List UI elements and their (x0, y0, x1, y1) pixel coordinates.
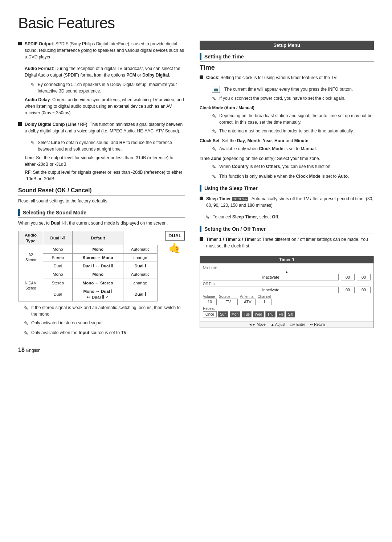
volume-group: Volume 10 (203, 295, 217, 305)
on-off-timer-text: Setting the On / Off Timer (204, 226, 266, 232)
timer-nav: ◄► Move ▲ Adjust □↵ Enter ↩ Return (200, 321, 373, 328)
note-51ch: ✎ By connecting to 5.1ch speakers in a D… (25, 81, 185, 94)
info-note-block: 📺 The current time will appear every tim… (200, 86, 374, 103)
off-time-label: Off Time (203, 282, 371, 286)
td-nicam-mono-dual: Mono (73, 270, 123, 279)
volume-val: 10 (203, 299, 217, 305)
dolby-note-block: ✎ Select Line to obtain dynamic sound, a… (18, 139, 185, 182)
table-row: NICAMStereo Mono Mono Automatic (19, 270, 158, 279)
channel-group: Channel 1 (258, 295, 271, 305)
note-antenna: ✎ The antenna must be connected in order… (206, 128, 374, 135)
dual-label: DUAL (165, 231, 185, 241)
dual-hand-icon: 🤙 (168, 242, 181, 254)
channel-label: Channel (258, 295, 271, 299)
on-val2-cell: 00 (357, 274, 371, 280)
heading-bar-icon (200, 53, 201, 60)
page-number: 18 English (18, 346, 185, 354)
td-nicam-mono-type: Mono (43, 270, 73, 279)
sound-mode-table: AudioType Dual Ⅰ-Ⅱ Default A2Stereo Mono… (18, 231, 158, 301)
timer-title: Timer 1 (200, 256, 373, 263)
off-val1-cell: 00 (341, 287, 355, 293)
channel-val: 1 (258, 299, 271, 305)
group-nicam: NICAMStereo (19, 270, 43, 301)
timer-box: Timer 1 On Time ▲ Inactivate 00 00 Off T… (200, 256, 374, 328)
rf-set-text: RF: Set the output level for signals gre… (25, 169, 185, 182)
setting-time-heading: Setting the Time (200, 53, 374, 62)
clock-mode-subhead: Clock Mode (Auto / Manual) (200, 105, 374, 111)
selecting-body: When you set to Dual Ⅰ-Ⅱ, the current so… (18, 220, 185, 226)
sleep-timer-text-p: Sleep Timer TOOLS➔ : Automatically shuts… (206, 196, 374, 209)
clock-set-text: Clock Set: Set the Day, Month, Year, Hou… (200, 137, 374, 144)
td-nicam-dual-dual: Mono ↔ Dual Ⅰ↩ Dual Ⅱ ✓ (73, 287, 123, 301)
day-sat: Sat (286, 311, 295, 317)
spdif-text: SPDIF Output: SPDIF (Sony Philips Digita… (25, 41, 185, 60)
td-nicam-dual-default: Dual Ⅰ (123, 287, 158, 301)
spdif-section: SPDIF Output: SPDIF (Sony Philips Digita… (18, 41, 185, 116)
bullet-icon (200, 197, 203, 200)
day-tue: Tue (242, 311, 252, 317)
time-title: Time (200, 64, 374, 71)
clock-set-note-block: ✎ Available only when Clock Mode is set … (200, 145, 374, 153)
on-inactivate-cell: Inactivate (203, 274, 339, 280)
note-only-available: ✎ This function is only available when t… (206, 173, 374, 181)
sleep-timer-text: Using the Sleep Timer (204, 185, 258, 191)
table-row: A2Stereo Mono Mono Automatic (19, 245, 158, 254)
info-icon-box: 📺 (212, 86, 220, 93)
note-input-tv: ✎ Only available when the Input source i… (18, 329, 185, 337)
td-nicam-stereo-default: change (123, 279, 158, 287)
dolby-comp-section: Dolby Digital Comp (Line / RF): This fun… (18, 121, 185, 182)
timer-params-row: Volume 10 Source TV Antenna ATV Channel … (203, 295, 371, 305)
on-val1-cell: 00 (341, 274, 355, 280)
day-wed: Wed (253, 311, 264, 317)
td-dual-default: Dual Ⅰ (123, 262, 158, 270)
spdif-bullet: SPDIF Output: SPDIF (Sony Philips Digita… (18, 41, 185, 63)
th-dual: Dual Ⅰ-Ⅱ (43, 231, 73, 245)
audio-format-text: Audio Format: During the reception of a … (25, 65, 185, 78)
td-nicam-mono-default: Automatic (123, 270, 158, 279)
repeat-once: Once (203, 311, 217, 317)
dual-icon-container: DUAL 🤙 (165, 231, 185, 254)
note-pencil-icon: ✎ (30, 139, 35, 152)
td-mono-type: Mono (43, 245, 73, 254)
time-zone-text: Time Zone (depending on the country): Se… (200, 155, 374, 162)
on-time-label: On Time (203, 266, 371, 270)
note-line-rf: ✎ Select Line to obtain dynamic sound, a… (25, 139, 185, 152)
heading-bar-icon (200, 185, 201, 192)
clock-text: Clock: Setting the clock is for using va… (206, 74, 338, 81)
td-stereo-default: change (123, 254, 158, 262)
td-nicam-stereo-type: Stereo (43, 279, 73, 287)
repeat-label: Repeat (203, 307, 371, 311)
day-thu: Thu (265, 311, 275, 317)
td-dual-dual: Dual Ⅰ ↔ Dual Ⅱ (73, 262, 123, 270)
clock-bullet: Clock: Setting the clock is for using va… (200, 74, 374, 84)
bullet-icon (18, 42, 22, 45)
sleep-timer-heading: Using the Sleep Timer (200, 185, 374, 193)
page-title: Basic Features (18, 15, 374, 32)
sound-reset-section: Sound Reset (OK / Cancel) Reset all soun… (18, 187, 185, 204)
line-set-text: Line: Set the output level for signals g… (25, 155, 185, 168)
repeat-section: Repeat Once Sun Mon Tue Wed Thu Fri Sat (203, 307, 371, 317)
bullet-icon (18, 122, 22, 126)
td-nicam-dual-type: Dual (43, 287, 73, 301)
th-default: Default (73, 231, 123, 245)
antenna-group: Antenna ATV (240, 295, 256, 305)
bullet-icon (200, 237, 203, 241)
sleep-timer-bullet: Sleep Timer TOOLS➔ : Automatically shuts… (200, 196, 374, 212)
note-pencil-icon: ✎ (30, 81, 35, 94)
td-stereo-dual: Stereo ↔ Mono (73, 254, 123, 262)
clock-mode-notes: ✎ Depending on the broadcast station and… (200, 112, 374, 135)
left-column: SPDIF Output: SPDIF (Sony Philips Digita… (18, 41, 185, 357)
note-disconnect: ✎ If you disconnect the power cord, you … (206, 95, 374, 103)
antenna-val: ATV (240, 299, 256, 305)
note-country-others: ✎ When Country is set to Others, you can… (206, 163, 374, 171)
selecting-heading-bar: Selecting the Sound Mode (18, 209, 185, 218)
sound-reset-body: Reset all sound settings to the factory … (18, 198, 185, 204)
source-val: TV (219, 299, 238, 305)
heading-bar-icon (18, 209, 20, 216)
dolby-comp-text: Dolby Digital Comp (Line / RF): This fun… (25, 121, 185, 134)
right-column: Setup Menu Setting the Time Time Clock: … (200, 41, 374, 357)
selecting-heading-text: Selecting the Sound Mode (23, 210, 86, 215)
off-val2-cell: 00 (357, 287, 371, 293)
tools-badge: TOOLS➔ (232, 197, 248, 201)
td-mono-default: Automatic (123, 245, 158, 254)
